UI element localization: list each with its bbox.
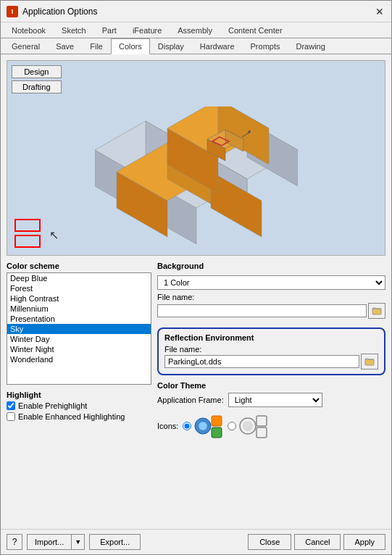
bg-filename-input[interactable] bbox=[157, 304, 367, 317]
app-frame-label: Application Frame: bbox=[157, 396, 224, 404]
svg-rect-28 bbox=[212, 416, 222, 426]
color-scheme-listbox[interactable]: Deep Blue Forest High Contrast Millenniu… bbox=[7, 272, 151, 385]
tab-display[interactable]: Display bbox=[150, 38, 192, 54]
listbox-item-winter-night[interactable]: Winter Night bbox=[7, 344, 151, 354]
swatch-top bbox=[14, 219, 41, 232]
drafting-button[interactable]: Drafting bbox=[12, 80, 62, 93]
prehighlight-checkbox[interactable] bbox=[7, 401, 15, 410]
listbox-item-presentation[interactable]: Presentation bbox=[7, 314, 151, 324]
title-bar: I Application Options ✕ bbox=[1, 1, 391, 22]
background-dropdown[interactable]: 1 Color bbox=[157, 275, 385, 290]
app-frame-row: Application Frame: Light bbox=[157, 393, 385, 407]
listbox-item-forest[interactable]: Forest bbox=[7, 283, 151, 293]
footer-right-group: Close Cancel Apply bbox=[248, 534, 385, 550]
cancel-button[interactable]: Cancel bbox=[294, 534, 341, 550]
tab-content-center[interactable]: Content Center bbox=[220, 22, 291, 38]
close-icon[interactable]: ✕ bbox=[374, 6, 385, 17]
title-bar-left: I Application Options bbox=[7, 6, 97, 17]
apply-button[interactable]: Apply bbox=[343, 534, 385, 550]
tab-colors[interactable]: Colors bbox=[111, 38, 150, 54]
second-tabs: General Save File Colors Display Hardwar… bbox=[1, 38, 391, 54]
svg-rect-29 bbox=[212, 427, 222, 438]
top-tabs: Notebook Sketch Part iFeature Assembly C… bbox=[1, 22, 391, 38]
listbox-item-sky[interactable]: Sky bbox=[7, 324, 151, 334]
tab-notebook[interactable]: Notebook bbox=[4, 22, 54, 38]
color-scheme-label: Color scheme bbox=[7, 262, 151, 270]
tab-save[interactable]: Save bbox=[48, 38, 82, 54]
background-label: Background bbox=[157, 262, 385, 270]
tab-hardware[interactable]: Hardware bbox=[192, 38, 243, 54]
listbox-item-high-contrast[interactable]: High Contrast bbox=[7, 293, 151, 304]
background-section: Background 1 Color File name: bbox=[157, 262, 385, 319]
enhanced-checkbox[interactable] bbox=[7, 412, 15, 421]
enhanced-label: Enable Enhanced Highlighting bbox=[18, 412, 125, 421]
prehighlight-label: Enable Prehighlight bbox=[18, 401, 87, 410]
listbox-item-wonderland[interactable]: Wonderland bbox=[7, 354, 151, 364]
listbox-item-millennium[interactable]: Millennium bbox=[7, 304, 151, 314]
icons-field-label: Icons: bbox=[157, 422, 178, 430]
icon-preview-colored bbox=[194, 413, 223, 439]
highlight-label: Highlight bbox=[7, 391, 151, 399]
folder-icon bbox=[372, 306, 382, 316]
tab-part[interactable]: Part bbox=[94, 22, 125, 38]
prehighlight-row: Enable Prehighlight bbox=[7, 401, 151, 410]
bg-filename-label: File name: bbox=[157, 293, 385, 301]
svg-point-31 bbox=[243, 422, 252, 430]
icon-radio-mono[interactable] bbox=[228, 422, 236, 430]
tab-ifeature[interactable]: iFeature bbox=[125, 22, 170, 38]
import-button[interactable]: Import... bbox=[27, 534, 71, 550]
tab-assembly[interactable]: Assembly bbox=[170, 22, 220, 38]
icons-row: Icons: bbox=[157, 413, 385, 439]
main-content: Design Drafting bbox=[1, 54, 391, 529]
bg-browse-button[interactable] bbox=[368, 303, 385, 319]
tab-file[interactable]: File bbox=[82, 38, 111, 54]
tab-prompts[interactable]: Prompts bbox=[243, 38, 288, 54]
reflection-filename-input[interactable] bbox=[164, 355, 359, 368]
left-panel: Color scheme Deep Blue Forest High Contr… bbox=[7, 262, 151, 523]
design-buttons: Design Drafting bbox=[12, 65, 62, 93]
footer: ? Import... ▼ Export... Close Cancel App… bbox=[1, 529, 391, 554]
design-button[interactable]: Design bbox=[12, 65, 62, 78]
app-icon: I bbox=[7, 6, 18, 17]
import-dropdown-arrow[interactable]: ▼ bbox=[71, 534, 85, 550]
help-button[interactable]: ? bbox=[7, 534, 22, 550]
icon-radio-colored[interactable] bbox=[183, 422, 191, 430]
color-theme-section: Color Theme Application Frame: Light Ico… bbox=[157, 381, 385, 439]
cad-svg bbox=[95, 107, 298, 244]
svg-rect-32 bbox=[257, 416, 267, 426]
folder-icon-2 bbox=[364, 356, 375, 367]
swatch-bottom bbox=[14, 235, 41, 248]
import-group: Import... ▼ bbox=[27, 534, 85, 550]
reflection-filename-row bbox=[164, 354, 378, 370]
svg-point-27 bbox=[199, 422, 207, 430]
listbox-item-deep-blue[interactable]: Deep Blue bbox=[7, 273, 151, 283]
tab-sketch[interactable]: Sketch bbox=[54, 22, 94, 38]
icon-preview-mono bbox=[239, 413, 268, 439]
window-title: Application Options bbox=[22, 7, 97, 17]
close-button[interactable]: Close bbox=[248, 534, 291, 550]
bottom-section: Color scheme Deep Blue Forest High Contr… bbox=[7, 262, 385, 523]
highlight-section: Highlight Enable Prehighlight Enable Enh… bbox=[7, 391, 151, 423]
reflection-browse-button[interactable] bbox=[361, 354, 378, 370]
background-filename-group: File name: bbox=[157, 293, 385, 319]
export-button[interactable]: Export... bbox=[89, 534, 141, 550]
icon-option-colored bbox=[183, 413, 223, 439]
color-swatches bbox=[14, 219, 41, 248]
cursor-indicator: ↖ bbox=[49, 228, 59, 242]
reflection-filename-label: File name: bbox=[164, 345, 378, 354]
svg-rect-33 bbox=[257, 427, 267, 438]
reflection-label: Reflection Environment bbox=[164, 333, 378, 342]
background-option-group: 1 Color bbox=[157, 275, 385, 290]
enhanced-row: Enable Enhanced Highlighting bbox=[7, 412, 151, 421]
listbox-item-winter-day[interactable]: Winter Day bbox=[7, 334, 151, 344]
right-panel: Background 1 Color File name: bbox=[157, 262, 385, 523]
tab-general[interactable]: General bbox=[4, 38, 48, 54]
app-frame-dropdown[interactable]: Light bbox=[228, 393, 322, 407]
application-options-window: I Application Options ✕ Notebook Sketch … bbox=[0, 0, 392, 555]
svg-rect-25 bbox=[365, 359, 374, 365]
preview-area: Design Drafting bbox=[7, 60, 385, 256]
svg-rect-24 bbox=[372, 309, 381, 314]
footer-left-group: ? Import... ▼ Export... bbox=[7, 534, 141, 550]
tab-drawing[interactable]: Drawing bbox=[288, 38, 333, 54]
cad-preview bbox=[12, 99, 380, 251]
